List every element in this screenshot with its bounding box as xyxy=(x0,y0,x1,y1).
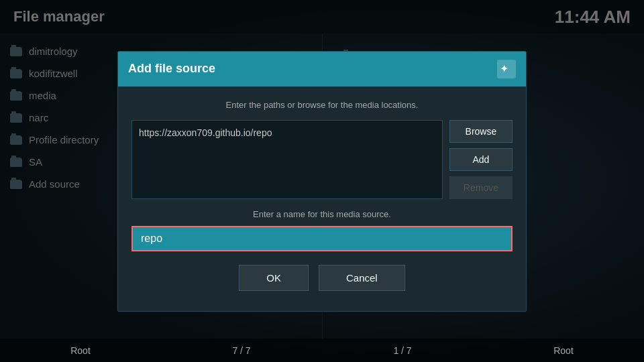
name-description: Enter a name for this media source. xyxy=(131,209,513,219)
dialog-footer: OK Cancel xyxy=(131,265,513,298)
footer-left-count: 7 / 7 xyxy=(161,345,322,356)
footer-left-label: Root xyxy=(0,345,161,356)
add-button[interactable]: Add xyxy=(449,148,513,171)
path-section: https://zaxxon709.github.io/repo Browse … xyxy=(131,120,513,199)
path-buttons: Browse Add Remove xyxy=(449,120,513,199)
name-input[interactable] xyxy=(131,226,513,251)
ok-button[interactable]: OK xyxy=(239,265,309,291)
remove-button[interactable]: Remove xyxy=(449,176,513,199)
dialog-body: Enter the paths or browse for the media … xyxy=(118,86,526,311)
path-display-box[interactable]: https://zaxxon709.github.io/repo xyxy=(131,120,443,199)
browse-button[interactable]: Browse xyxy=(449,120,513,143)
path-description: Enter the paths or browse for the media … xyxy=(131,100,513,110)
kodi-icon xyxy=(500,62,513,76)
kodi-logo-icon xyxy=(497,60,516,78)
footer: Root 7 / 7 1 / 7 Root xyxy=(0,339,644,362)
path-value: https://zaxxon709.github.io/repo xyxy=(139,127,272,138)
dialog-title: Add file source xyxy=(128,62,215,76)
cancel-button[interactable]: Cancel xyxy=(319,265,405,291)
footer-right-label: Root xyxy=(483,345,644,356)
footer-right-count: 1 / 7 xyxy=(322,345,483,356)
modal-overlay: Add file source Enter the paths or brows… xyxy=(0,0,644,362)
dialog-header: Add file source xyxy=(118,52,526,86)
add-file-source-dialog: Add file source Enter the paths or brows… xyxy=(117,51,527,312)
